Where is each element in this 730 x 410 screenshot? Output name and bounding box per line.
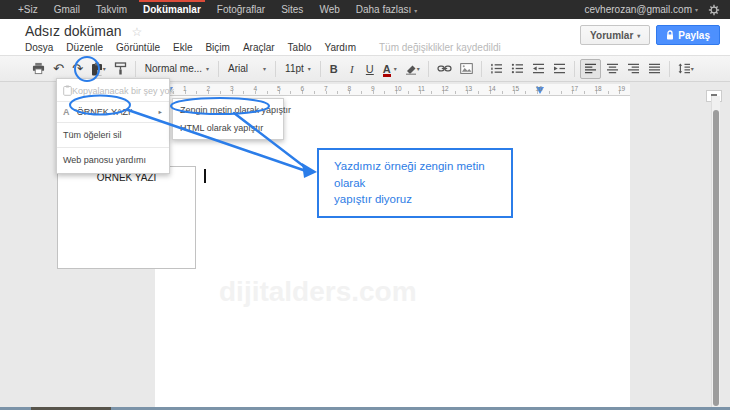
styles-value: Normal me... — [145, 63, 202, 74]
undo-button[interactable]: ↶ — [50, 59, 67, 79]
submenu-item-paste-html[interactable]: HTML olarak yapıştır — [173, 119, 283, 137]
star-icon[interactable]: ☆ — [131, 25, 142, 39]
settings-gear-button[interactable] — [708, 4, 720, 16]
ruler-tick — [478, 91, 479, 94]
account-menu[interactable]: cevherozan@gmail.com ▾ — [585, 4, 698, 15]
ruler[interactable]: 1 12345678910111213141516171819 — [155, 84, 630, 96]
google-docs-window: +Siz Gmail Takvim Dokümanlar Fotoğraflar… — [0, 0, 730, 410]
menu-tablo[interactable]: Tablo — [288, 42, 312, 53]
topbar-link-gmail[interactable]: Gmail — [46, 0, 88, 19]
justify-icon — [648, 63, 661, 74]
menu-araclar[interactable]: Araçlar — [243, 42, 275, 53]
link-icon — [437, 64, 452, 73]
underline-button[interactable]: U — [362, 59, 378, 79]
paste-submenu: Zengin metin olarak yapıştır HTML olarak… — [172, 98, 284, 140]
decrease-indent-button[interactable] — [529, 59, 548, 79]
ruler-tick — [243, 91, 244, 94]
ruler-tick — [408, 91, 409, 94]
submenu-item-paste-rich-text[interactable]: Zengin metin olarak yapıştır — [173, 101, 283, 119]
ruler-number: 10 — [395, 85, 402, 92]
menu-goruntule[interactable]: Görüntüle — [116, 42, 160, 53]
topbar-link-dokumanlar[interactable]: Dokümanlar — [135, 0, 209, 19]
insert-link-button[interactable] — [434, 59, 455, 79]
toolbar-separator — [218, 61, 219, 77]
ruler-tick — [267, 91, 268, 94]
font-size-dropdown[interactable]: 11pt ▾ — [280, 63, 316, 74]
styles-dropdown[interactable]: Normal me... ▾ — [140, 63, 214, 74]
gear-icon — [708, 4, 720, 16]
menu-yardim[interactable]: Yardım — [324, 42, 356, 53]
font-dropdown[interactable]: Arial ▾ — [223, 63, 271, 74]
toolbar-separator — [574, 61, 575, 77]
topbar-link-plus-siz[interactable]: +Siz — [10, 0, 46, 19]
topbar-link-web[interactable]: Web — [311, 0, 347, 19]
align-right-button[interactable] — [624, 59, 643, 79]
print-icon — [32, 62, 45, 75]
document-page[interactable]: dijitalders.com — [155, 96, 630, 407]
topbar-link-fotograflar[interactable]: Fotoğraflar — [209, 0, 273, 19]
print-button[interactable] — [29, 59, 48, 79]
web-clipboard-menu: Kopyalanacak bir şey yok A 'ÖRNEK YAZI' … — [56, 78, 170, 174]
menu-item-ornek-yazi[interactable]: A 'ÖRNEK YAZI' ► — [57, 103, 169, 121]
menu-item-help[interactable]: Web panosu yardımı — [57, 149, 169, 171]
ruler-number: 11 — [418, 85, 425, 92]
text-color-button[interactable]: A ▾ — [380, 59, 400, 79]
menu-duzenle[interactable]: Düzenle — [66, 42, 103, 53]
toolbar-separator — [275, 61, 276, 77]
topbar-link-takvim[interactable]: Takvim — [88, 0, 135, 19]
ruler-tick — [290, 91, 291, 94]
ruler-tick — [361, 91, 362, 94]
ruler-number: 16 — [536, 85, 543, 92]
insert-image-button[interactable] — [457, 59, 476, 79]
ruler-number: 15 — [512, 85, 519, 92]
ruler-tick — [502, 91, 503, 94]
paint-format-button[interactable] — [111, 59, 130, 79]
ruler-tick — [584, 91, 585, 94]
ruler-number: 3 — [230, 85, 234, 92]
increase-indent-button[interactable] — [550, 59, 569, 79]
toolbar-separator — [135, 61, 136, 77]
bold-button[interactable]: B — [326, 59, 342, 79]
caret-down-icon: ▾ — [103, 65, 106, 72]
ruler-number: 14 — [489, 85, 496, 92]
ruler-number: 18 — [595, 85, 602, 92]
menu-item-clear-all[interactable]: Tüm öğeleri sil — [57, 124, 169, 146]
align-left-button[interactable] — [580, 59, 601, 79]
caret-down-icon: ▾ — [206, 65, 209, 72]
outdent-icon — [532, 63, 545, 74]
clipboard-outline-icon — [63, 85, 72, 96]
menu-ekle[interactable]: Ekle — [173, 42, 192, 53]
menu-bicim[interactable]: Biçim — [205, 42, 229, 53]
comments-button[interactable]: Yorumlar ▾ — [580, 25, 650, 45]
comments-label: Yorumlar — [590, 30, 633, 41]
redo-button[interactable]: ↷ — [69, 59, 86, 79]
bullet-list-button[interactable] — [508, 59, 527, 79]
justify-button[interactable] — [645, 59, 664, 79]
ruler-tick — [196, 91, 197, 94]
share-button[interactable]: Paylaş — [656, 25, 720, 45]
caret-down-icon: ▾ — [417, 65, 420, 72]
highlight-color-button[interactable]: ▾ — [402, 59, 423, 79]
ruler-number: 7 — [324, 85, 328, 92]
topbar-link-sites[interactable]: Sites — [273, 0, 311, 19]
topbar-link-more[interactable]: Daha fazlası ▾ — [348, 0, 425, 19]
account-email: cevherozan@gmail.com — [585, 4, 692, 15]
ruler-number: 9 — [371, 85, 375, 92]
submenu-item-label: Zengin metin olarak yapıştır — [180, 105, 291, 115]
toolbar-separator — [481, 61, 482, 77]
italic-button[interactable]: I — [344, 59, 360, 79]
vertical-scrollbar-thumb[interactable] — [713, 110, 719, 406]
doc-title[interactable]: Adsız doküman ☆ — [25, 23, 142, 39]
line-spacing-button[interactable]: ▾ — [675, 59, 697, 79]
web-clipboard-button[interactable]: ▾ — [88, 59, 109, 79]
numbered-list-button[interactable] — [487, 59, 506, 79]
ruler-number: 17 — [571, 85, 578, 92]
menu-dosya[interactable]: Dosya — [25, 42, 53, 53]
paint-roller-icon — [114, 62, 127, 75]
ruler-tick — [384, 91, 385, 94]
ruler-tick — [525, 91, 526, 94]
align-center-button[interactable] — [603, 59, 622, 79]
ruler-tick — [220, 91, 221, 94]
bullet-list-icon — [511, 63, 524, 74]
caret-down-icon: ▾ — [263, 65, 266, 72]
